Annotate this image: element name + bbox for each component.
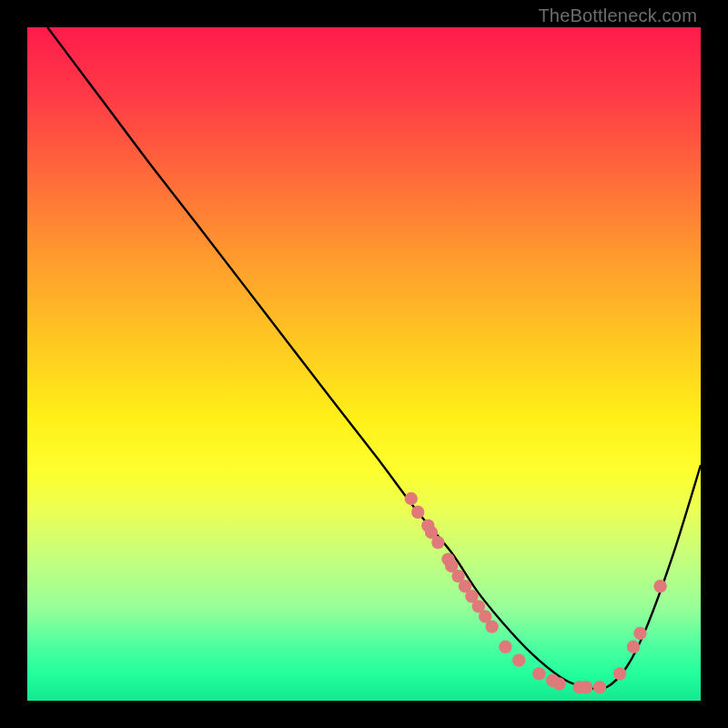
watermark-text: TheBottleneck.com bbox=[538, 5, 697, 26]
highlight-dot bbox=[627, 641, 640, 653]
highlight-dots-group bbox=[405, 492, 667, 694]
highlight-dot bbox=[485, 620, 498, 632]
highlight-dot bbox=[593, 681, 606, 693]
highlight-dot bbox=[405, 492, 418, 505]
highlight-dot bbox=[532, 667, 545, 680]
highlight-dot bbox=[431, 536, 444, 549]
bottleneck-curve-svg bbox=[27, 27, 701, 701]
highlight-dot bbox=[633, 627, 646, 640]
highlight-dot bbox=[552, 677, 565, 690]
chart-plot-area bbox=[27, 27, 701, 701]
highlight-dot bbox=[613, 667, 626, 680]
highlight-dot bbox=[411, 506, 424, 519]
highlight-dot bbox=[499, 641, 511, 653]
curve-group bbox=[47, 27, 701, 689]
highlight-dot bbox=[580, 681, 592, 693]
highlight-dot bbox=[653, 580, 666, 592]
bottleneck-curve-path bbox=[47, 27, 701, 689]
highlight-dot bbox=[512, 653, 525, 666]
